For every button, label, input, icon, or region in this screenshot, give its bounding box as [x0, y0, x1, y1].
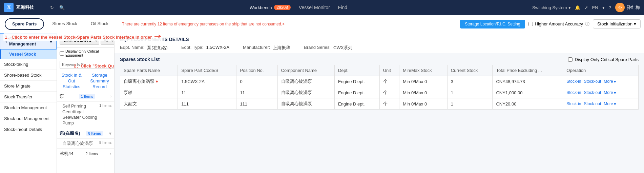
cell-current-1: 1: [447, 87, 493, 98]
chevron-down-op-icon: ▾: [614, 79, 616, 84]
workbench-nav[interactable]: Workbench 29208: [250, 5, 291, 10]
top-navigation: 互 互海科技 ↻ 🔍 Workbench 29208 Vessel Monito…: [0, 0, 644, 15]
cell-name-0: 自吸离心旋涡泵●: [120, 76, 178, 87]
sidebar-item-stock-transfer[interactable]: Stock Transfer: [0, 92, 57, 102]
sidebar-item-stock-inout-details[interactable]: Stock-in/out Details: [0, 124, 57, 135]
tab-oil-stock[interactable]: Oil Stock: [84, 15, 115, 33]
sidebar-item-stock-out-mgmt[interactable]: Stock-out Management: [0, 113, 57, 124]
lang-selector[interactable]: EN: [592, 5, 598, 10]
cell-dept-1: Engine D ept.: [334, 87, 379, 98]
higher-amount-info-icon[interactable]: ⓘ: [585, 21, 589, 27]
cell-position-2: 111: [236, 98, 277, 110]
eqpt-name-value: 泵(在船名): [147, 45, 168, 51]
cell-unit-2: 个: [379, 98, 399, 110]
stock-in-btn-1[interactable]: Stock-in: [566, 90, 581, 95]
tab-stores-stock[interactable]: Stores Stock: [45, 15, 84, 33]
tree-subitem-pump2[interactable]: 自吸离心旋涡泵 8 Items: [57, 139, 114, 149]
stock-init-label: Stock Initialization: [597, 21, 632, 26]
display-critical-row: Display Only Critical Equipment: [57, 48, 114, 59]
tab-stores-stock-label: Stores Stock: [52, 21, 77, 26]
cell-component-2: 自吸离心旋涡泵: [277, 98, 334, 110]
find-nav[interactable]: Find: [338, 5, 347, 10]
spares-table: Spare Parts Name Spare Part Code/S Posit…: [120, 65, 639, 110]
cell-name-1: 泵轴: [120, 87, 178, 98]
eqpt-manufacturer-value: 上海振华: [273, 45, 290, 51]
vessel-select[interactable]: LINK OCEAN 1: [60, 36, 99, 45]
workbench-badge: 29208: [274, 5, 291, 10]
tab-spare-parts[interactable]: Spare Parts: [5, 18, 44, 30]
display-critical-checkbox[interactable]: [60, 51, 64, 56]
eqpt-name-label: Eqpt. Name:: [120, 45, 144, 51]
help-icon[interactable]: ?: [609, 5, 611, 10]
eqpt-brand-label: Brand Series:: [304, 45, 331, 51]
storage-location-btn[interactable]: Storage Location/P.I.C. Setting: [460, 20, 525, 28]
stock-out-btn-1[interactable]: Stock-out: [584, 90, 601, 95]
critical-dot: ●: [155, 79, 158, 84]
user-name: 孙红梅: [627, 4, 640, 11]
more-btn-2[interactable]: More▾: [604, 101, 616, 107]
cell-price-2: CNY20.00: [493, 98, 563, 110]
avatar[interactable]: 孙 孙红梅: [615, 3, 640, 12]
sidebar-item-stock-in-mgmt[interactable]: Stock-in Management: [0, 102, 57, 113]
tree-subitem-pump1[interactable]: Self Priming Centrifugal Seawater Coolin…: [57, 102, 114, 129]
cell-ops-2: Stock-in Stock-out More▾: [563, 98, 639, 110]
cell-minmax-2: Min 0/Max 0: [399, 98, 447, 110]
table-row: 自吸离心旋涡泵● 1.5CWX-2A 0 自吸离心旋涡泵 Engine D ep…: [120, 76, 639, 87]
vessel-monitor-nav[interactable]: Vessel Monitor: [299, 5, 330, 10]
logo-icon: 互: [4, 3, 14, 12]
storage-summary-link[interactable]: Storage Summary Record: [88, 73, 111, 90]
nav-center: Workbench 29208 Vessel Monitor Find: [70, 5, 527, 10]
more-btn-1[interactable]: More▾: [604, 90, 616, 95]
tree-item-pump[interactable]: 泵 1 Items ›: [57, 91, 114, 102]
eqpt-brand-item: Brand Series: CWX系列: [304, 45, 352, 51]
switching-system-btn[interactable]: Switching System ▾: [532, 5, 571, 10]
stock-in-btn-2[interactable]: Stock-in: [566, 101, 581, 107]
sidebar-item-shore-based[interactable]: Shore-based Stock: [0, 70, 57, 81]
stock-init-btn[interactable]: Stock Initialization ▾: [593, 19, 641, 28]
all-select[interactable]: All: [101, 36, 115, 45]
bell-icon[interactable]: 🔔: [575, 5, 580, 10]
nav-icon-group: ↻ 🔍: [50, 5, 65, 10]
left-panel-links: Stock In & Out Statistics Storage Summar…: [57, 71, 114, 91]
cell-dept-2: Engine D ept.: [334, 98, 379, 110]
search-row: Stock Query: [57, 59, 114, 71]
stock-out-btn-0[interactable]: Stock-out: [584, 79, 601, 84]
sidebar-item-store-migrate[interactable]: Store Migrate: [0, 81, 57, 92]
sidebar-stock-management[interactable]: ⌂ Stock Management ▾: [0, 33, 57, 50]
eqpt-manufacturer-item: Manufacturer: 上海振华: [243, 45, 290, 51]
col-component-name: Component Name: [277, 65, 334, 76]
keywords-input[interactable]: [60, 61, 115, 69]
right-panel: EQPT.COMPONENTS DETAILS Eqpt. Name: 泵(在船…: [115, 33, 644, 173]
sidebar-vessel-stock[interactable]: Vessel Stock: [0, 50, 57, 59]
higher-amount-checkbox[interactable]: [528, 22, 533, 26]
more-btn-0[interactable]: More▾: [604, 79, 616, 84]
sidebar-item-stock-taking[interactable]: Stock-taking: [0, 59, 57, 70]
table-row: 大副文 111 111 自吸离心旋涡泵 Engine D ept. 个 Min …: [120, 98, 639, 110]
stock-out-btn-2[interactable]: Stock-out: [584, 101, 601, 107]
search-icon[interactable]: 🔍: [59, 5, 65, 10]
cell-price-1: CNY1,000.00: [493, 87, 563, 98]
sidebar: ⌂ Stock Management ▾ Vessel Stock Stock-…: [0, 33, 57, 173]
col-spare-code: Spare Part Code/S: [178, 65, 236, 76]
home-icon: ⌂: [4, 39, 7, 44]
tree-item-pump-vessel[interactable]: 泵(在船名) 8 Items ▾: [57, 128, 114, 139]
chevron-right-icon: ›: [110, 94, 111, 99]
refresh-icon[interactable]: ↻: [50, 5, 54, 10]
tree-item-ice[interactable]: 冰机44 2 Items ›: [57, 149, 114, 159]
critical-spare-label: Display Only Critical Spare Parts: [575, 57, 639, 62]
col-dept: Dept.: [334, 65, 379, 76]
eqpt-details-row: Eqpt. Name: 泵(在船名) Eqpt. Type: 1.5CWX-2A…: [120, 45, 639, 51]
stock-in-btn-0[interactable]: Stock-in: [566, 79, 581, 84]
eqpt-name-item: Eqpt. Name: 泵(在船名): [120, 45, 168, 51]
nav-right: Switching System ▾ 🔔 ⤢ EN ▾ ? 孙 孙红梅: [532, 3, 640, 12]
chevron-down-op-icon: ▾: [614, 101, 616, 107]
cell-price-0: CNY48,974.73: [493, 76, 563, 87]
spares-header: Spares Stock List Display Only Critical …: [120, 57, 639, 62]
cell-dept-0: Engine D ept.: [334, 76, 379, 87]
critical-spare-checkbox[interactable]: [568, 57, 573, 62]
eqpt-type-value: 1.5CWX-2A: [206, 45, 229, 51]
cell-unit-1: 个: [379, 87, 399, 98]
expand-icon[interactable]: ⤢: [584, 5, 588, 10]
cell-current-2: 1: [447, 98, 493, 110]
stock-inout-stats-link[interactable]: Stock In & Out Statistics: [60, 73, 83, 90]
